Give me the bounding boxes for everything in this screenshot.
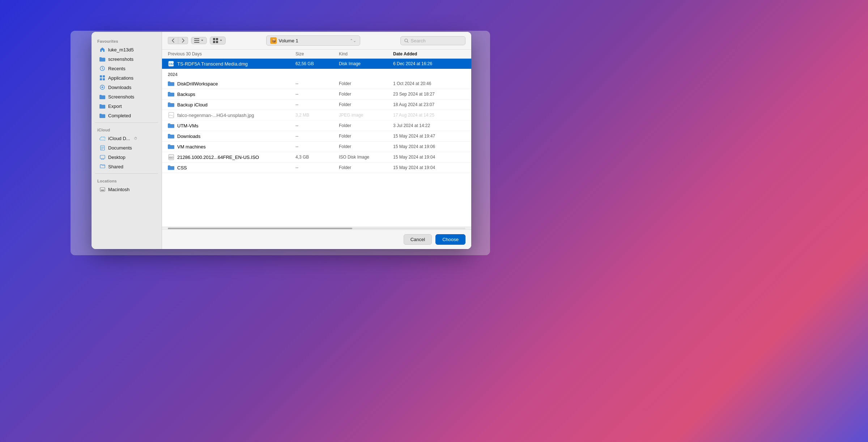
file-size: -- (295, 81, 339, 86)
search-icon (404, 38, 409, 43)
svg-rect-3 (100, 78, 102, 80)
col-header-kind: Kind (339, 51, 393, 56)
scrollbar-area (162, 227, 471, 230)
disk-icon (99, 186, 105, 192)
locations-label: Locations (92, 176, 162, 185)
svg-rect-8 (100, 165, 105, 168)
iso-file-icon: ISO (168, 154, 174, 160)
footer: Cancel Choose (162, 230, 471, 249)
back-button[interactable] (168, 37, 178, 44)
search-input[interactable] (411, 38, 461, 43)
sidebar-item-label: Recents (108, 66, 125, 71)
sidebar-item-label: luke_m13d5 (108, 47, 134, 52)
file-size: -- (295, 92, 339, 97)
sidebar-item-label: Desktop (108, 155, 125, 160)
svg-rect-15 (216, 38, 218, 40)
file-date: 18 Aug 2024 at 23:07 (393, 102, 465, 107)
grid-view-button[interactable] (210, 37, 226, 45)
icloud-badge: ⏱ (134, 136, 137, 140)
file-name-cell: VM machines (168, 143, 295, 150)
separator-1 (95, 122, 158, 123)
sidebar-item-downloads[interactable]: Downloads (94, 83, 159, 92)
file-name: UTM-VMs (177, 123, 199, 129)
volume-icon: 📦 (270, 37, 277, 44)
forward-button[interactable] (178, 37, 188, 44)
search-box (400, 36, 465, 45)
downloads-icon (99, 84, 105, 90)
sidebar-item-screenshots2[interactable]: Screenshots (94, 92, 159, 101)
folder-file-icon-7 (168, 164, 174, 171)
cancel-button[interactable]: Cancel (404, 234, 432, 245)
file-name: 21286.1000.2012...64FRE_EN-US.ISO (177, 155, 259, 160)
folder-file-icon-6 (168, 143, 174, 150)
folder-file-icon-2 (168, 91, 174, 97)
icloud-label: iCloud (92, 125, 162, 134)
file-row[interactable]: DiskDrillWorkspace -- Folder 1 Oct 2024 … (162, 79, 471, 89)
file-row[interactable]: UTM-VMs -- Folder 3 Jul 2024 at 14:22 (162, 121, 471, 131)
scrollbar-thumb[interactable] (168, 228, 352, 229)
file-name: DiskDrillWorkspace (177, 81, 218, 87)
file-row[interactable]: CSS -- Folder 15 May 2024 at 19:04 (162, 163, 471, 173)
file-row[interactable]: Backups -- Folder 23 Sep 2024 at 18:27 (162, 89, 471, 100)
sidebar-item-label: Downloads (108, 85, 131, 90)
file-row-selected[interactable]: DMG TS-RDF5A Transcend Media.dmg 62,56 G… (162, 59, 471, 69)
file-name-cell: ISO 21286.1000.2012...64FRE_EN-US.ISO (168, 154, 295, 160)
sidebar-item-documents[interactable]: Documents (94, 143, 159, 152)
svg-rect-1 (100, 75, 102, 77)
file-name: VM machines (177, 144, 206, 150)
sidebar-item-luke[interactable]: luke_m13d5 (94, 45, 159, 54)
file-row[interactable]: Backup iCloud -- Folder 18 Aug 2024 at 2… (162, 100, 471, 110)
file-size: -- (295, 123, 339, 128)
home-icon (99, 47, 105, 52)
sidebar-item-completed[interactable]: Completed (94, 111, 159, 120)
sidebar-item-icloud-drive[interactable]: iCloud D... ⏱ (94, 134, 159, 143)
file-row[interactable]: VM machines -- Folder 15 May 2024 at 19:… (162, 142, 471, 152)
sidebar-item-label: Completed (108, 113, 131, 118)
file-kind: Folder (339, 92, 393, 97)
svg-rect-10 (101, 190, 104, 191)
svg-text:DMG: DMG (169, 62, 174, 66)
file-row[interactable]: Downloads -- Folder 15 May 2024 at 19:47 (162, 131, 471, 142)
file-date: 15 May 2024 at 19:04 (393, 155, 465, 160)
file-name-cell: falco-negenman-...HG4-unsplash.jpg (168, 112, 295, 118)
svg-rect-9 (100, 188, 105, 191)
sidebar-item-label: Applications (108, 75, 133, 81)
file-size: 3,2 MB (295, 113, 339, 118)
file-kind: Folder (339, 144, 393, 149)
file-row[interactable]: falco-negenman-...HG4-unsplash.jpg 3,2 M… (162, 110, 471, 121)
file-size: 4,3 GB (295, 155, 339, 160)
file-list-body: DMG TS-RDF5A Transcend Media.dmg 62,56 G… (162, 59, 471, 227)
list-view-button[interactable] (191, 37, 207, 44)
sidebar-item-export[interactable]: Export (94, 102, 159, 110)
sidebar-item-recents[interactable]: Recents (94, 64, 159, 73)
file-name-cell: Backup iCloud (168, 101, 295, 108)
choose-button[interactable]: Choose (435, 234, 465, 245)
col-header-size: Size (295, 51, 339, 56)
sidebar-item-macintosh[interactable]: Macintosh (94, 185, 159, 194)
file-name-cell: DiskDrillWorkspace (168, 80, 295, 87)
folder-icon (99, 56, 105, 62)
sidebar-item-applications[interactable]: Applications (94, 73, 159, 82)
svg-rect-17 (216, 41, 218, 43)
file-row[interactable]: ISO 21286.1000.2012...64FRE_EN-US.ISO 4,… (162, 152, 471, 163)
sidebar-item-label: iCloud D... (108, 136, 130, 141)
sidebar-item-screenshots[interactable]: screenshots (94, 55, 159, 63)
separator-2 (95, 173, 158, 174)
file-name-cell: Downloads (168, 133, 295, 139)
file-size: -- (295, 144, 339, 149)
folder-icon-2 (99, 94, 105, 100)
file-name: Backup iCloud (177, 102, 208, 108)
section-header-2024: 2024 (162, 69, 471, 79)
svg-rect-16 (213, 41, 215, 43)
folder-file-icon (168, 80, 174, 87)
sidebar-item-shared[interactable]: Shared (94, 162, 159, 171)
scrollbar-track (168, 228, 465, 229)
document-icon (99, 145, 105, 151)
favourites-label: Favourites (92, 36, 162, 45)
location-selector[interactable]: 📦 Volume 1 ⌃⌄ (266, 35, 360, 46)
main-content: 📦 Volume 1 ⌃⌄ Previous 30 Days (162, 32, 471, 249)
selected-file-name: TS-RDF5A Transcend Media.dmg (177, 61, 248, 67)
sidebar-item-label: Screenshots (108, 94, 134, 100)
image-file-icon (168, 112, 174, 118)
sidebar-item-desktop[interactable]: Desktop (94, 153, 159, 161)
